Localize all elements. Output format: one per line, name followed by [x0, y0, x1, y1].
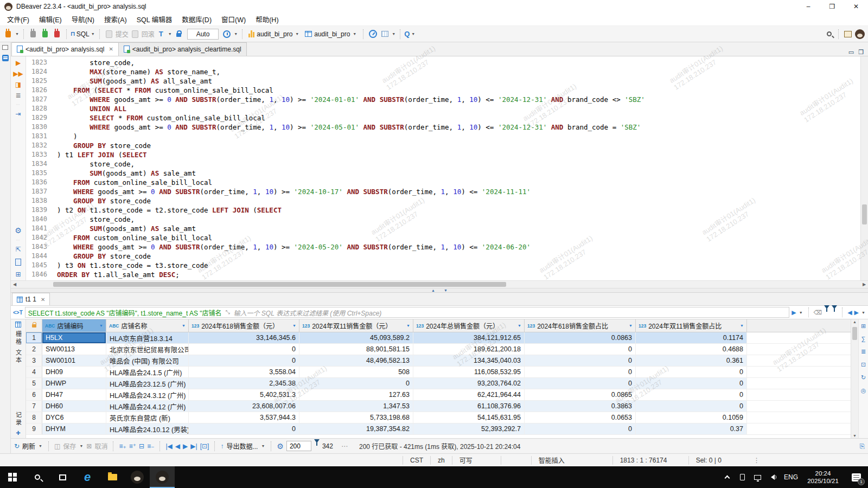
file-explorer-icon[interactable]	[100, 466, 125, 488]
search-icon[interactable]	[824, 29, 834, 40]
toolbar-overflow-icon[interactable]: ⋯	[336, 442, 353, 450]
tab-close-icon[interactable]: ✕	[108, 46, 113, 52]
grid-cell[interactable]: 508	[299, 367, 413, 377]
new-connection-dropdown-icon[interactable]: ▼	[15, 32, 19, 36]
grid-cell[interactable]: 5,402,531.3	[189, 389, 299, 400]
history-forward-icon[interactable]: ▶	[854, 309, 859, 316]
grid-cell[interactable]: DHYM	[42, 423, 106, 434]
grid-cell[interactable]: 0	[189, 355, 299, 366]
menu-file[interactable]: 文件(F)	[2, 12, 34, 26]
cursor-position[interactable]: 1813 : 1 : 76174	[612, 456, 688, 465]
grid-settings-gear-icon[interactable]: ⚙	[277, 442, 284, 451]
copy-result-icon[interactable]: ⎘	[859, 442, 865, 450]
grid-cell[interactable]: 0	[525, 355, 636, 366]
editor-settings-gear-icon[interactable]: ⚙	[15, 226, 22, 235]
grid-cell[interactable]: 3,537,944.3	[189, 412, 299, 423]
export-icon[interactable]: ↑	[220, 442, 224, 450]
user-avatar-icon[interactable]	[854, 29, 865, 40]
row-number[interactable]: 6	[26, 389, 42, 400]
grid-cell[interactable]: 54,145,631.95	[413, 412, 525, 423]
refresh-icon[interactable]: ↻	[14, 442, 20, 450]
panel-add-icon[interactable]: ✚	[16, 430, 20, 436]
tx-log-clock-icon[interactable]	[221, 29, 232, 40]
row-number[interactable]: 2	[26, 344, 42, 355]
execute-statement-icon[interactable]: ▶	[16, 59, 21, 67]
grid-cell[interactable]: 384,121,912.65	[413, 332, 525, 343]
menu-sql-editor[interactable]: SQL 编辑器	[132, 12, 177, 26]
filter-input[interactable]: SELECT t1.store_code AS "店铺编码", t1.store…	[25, 307, 789, 318]
grid-cell[interactable]: 0	[525, 423, 636, 434]
grid-cell[interactable]: DH09	[42, 367, 106, 377]
grid-cell[interactable]: 45,093,589.2	[299, 332, 413, 343]
grid-cell[interactable]: 0	[525, 344, 636, 355]
tray-chevron-icon[interactable]	[719, 466, 735, 488]
menu-database[interactable]: 数据库(D)	[177, 12, 216, 26]
grid-cell[interactable]: 127.63	[299, 389, 413, 400]
grid-cell[interactable]: 0	[189, 423, 299, 434]
save-button[interactable]: 保存	[63, 441, 76, 451]
grid-cell[interactable]: 134,345,040.03	[413, 355, 525, 366]
grid-cell[interactable]: HLA唯品会23.12.5 (广州)	[106, 378, 189, 389]
maximize-editor-icon[interactable]: ❒	[858, 49, 864, 56]
grid-cell[interactable]: HLA唯品会24.10.12 (男装)	[106, 423, 189, 434]
sql-editor-icon[interactable]: ⊓	[71, 30, 75, 37]
task-view-icon[interactable]	[50, 466, 75, 488]
column-menu-icon[interactable]: ▼	[406, 324, 410, 328]
hscroll-thumb[interactable]	[53, 282, 506, 287]
filter-type-icon[interactable]: <>T	[13, 310, 23, 316]
close-button[interactable]: ✕	[844, 0, 868, 13]
editor-results-sash[interactable]: ▲ ▼	[11, 288, 868, 293]
quick-search-dropdown-icon[interactable]: ▼	[411, 32, 415, 36]
tab-analysis-cleartime-sql[interactable]: <audit_bi_pro> analysis_cleartime.sql	[119, 42, 247, 56]
erase-filter-icon[interactable]: ⌫	[814, 309, 822, 316]
grid-cell[interactable]: SW00113	[42, 344, 106, 355]
log-doc-icon[interactable]	[13, 256, 24, 267]
filter-expand-icon[interactable]: ⤡	[226, 309, 230, 316]
taskbar-search-icon[interactable]	[25, 466, 50, 488]
next-page-icon[interactable]: ▶	[183, 442, 188, 450]
editor-vertical-scrollbar[interactable]	[860, 56, 868, 280]
sash-up-icon[interactable]: ▲	[431, 288, 435, 292]
row-number[interactable]: 1	[26, 332, 42, 343]
column-header[interactable]: 1232024年618销售金额占比▼	[525, 319, 636, 332]
grid-cell[interactable]: 0	[636, 378, 747, 389]
grid-cell[interactable]: HLA唯品会24.3.12 (广州)	[106, 389, 189, 400]
commit-mode-combo[interactable]: Auto	[187, 29, 219, 40]
delete-row-icon[interactable]: ≡₋	[147, 442, 154, 450]
tray-usb-icon[interactable]	[735, 466, 750, 488]
table-row[interactable]: 3SW00101唯品会 (中国) 有限公司048,496,582.13134,3…	[26, 355, 851, 367]
output-icon[interactable]: ⇱	[15, 246, 21, 253]
refresh-dropdown-icon[interactable]: ▼	[39, 444, 42, 448]
grid-cell[interactable]: 0.0653	[525, 412, 636, 423]
maximize-button[interactable]: ❒	[820, 0, 844, 13]
input-language-indicator[interactable]: ENG	[780, 473, 802, 481]
grid-cell[interactable]: DH60	[42, 401, 106, 412]
grid-cell[interactable]: 52,393,292.7	[413, 423, 525, 434]
grid-cell[interactable]: DYC6	[42, 412, 106, 423]
grid-cell[interactable]: 0.3863	[525, 401, 636, 412]
table-row[interactable]: 7DH60HLA唯品会24.4.12 (广州)23,608,007.061,34…	[26, 401, 851, 412]
rollback-button[interactable]: 回滚	[142, 29, 155, 38]
disconnect-icon[interactable]	[52, 29, 62, 40]
sql-code-area[interactable]: 1823 store_code,1824 MAX(store_name) AS …	[26, 56, 860, 280]
reconnect-icon[interactable]	[40, 29, 50, 40]
value-panel-icon[interactable]: ⊞	[861, 323, 866, 330]
column-menu-icon[interactable]: ▼	[182, 324, 186, 328]
grid-cell[interactable]: 5,733,198.68	[299, 412, 413, 423]
grid-cell[interactable]: 2,345.38	[189, 378, 299, 389]
table-row[interactable]: 2SW00113北京京东世纪贸易有限公司088,901,581.15189,62…	[26, 344, 851, 355]
compare-icon[interactable]	[379, 29, 390, 40]
row-number[interactable]: 4	[26, 367, 42, 377]
dbeaver-taskbar-icon[interactable]	[150, 466, 175, 488]
pin-panel-icon[interactable]: ◎	[861, 387, 866, 394]
refresh-panel-icon[interactable]: ↻	[861, 374, 866, 381]
grid-cell[interactable]: 33,146,345.6	[189, 332, 299, 343]
grid-cell[interactable]: 0	[525, 378, 636, 389]
grid-vertical-scrollbar[interactable]: ▲ ▼	[851, 319, 858, 438]
grid-view-icon[interactable]	[15, 322, 21, 328]
grid-scroll-down-icon[interactable]: ▼	[851, 434, 858, 438]
grid-corner-cell[interactable]	[26, 319, 42, 332]
tray-network-icon[interactable]	[750, 466, 765, 488]
menu-search[interactable]: 搜索(A)	[99, 12, 132, 26]
history-back-icon[interactable]: ◀	[847, 309, 852, 316]
